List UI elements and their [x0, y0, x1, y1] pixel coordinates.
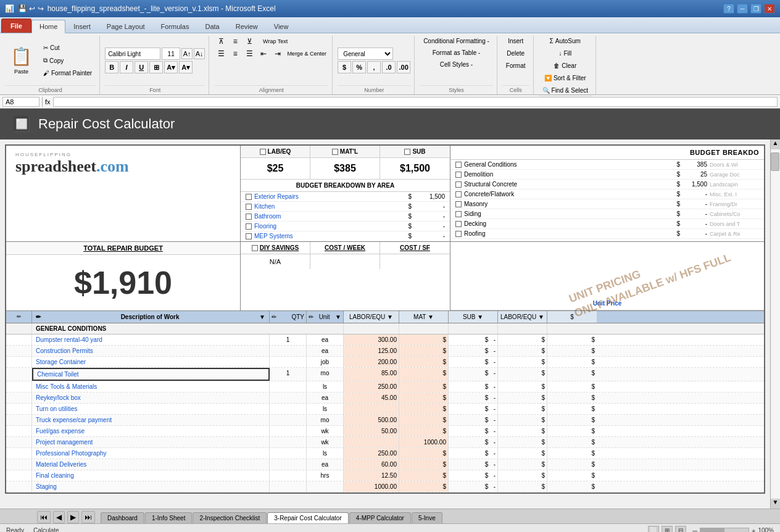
decrease-font-button[interactable]: A↓: [194, 48, 205, 59]
formula-input[interactable]: [53, 97, 778, 107]
mep-checkbox[interactable]: [246, 233, 252, 239]
row-desc-11[interactable]: Material Deliveries: [32, 459, 270, 470]
align-bottom-button[interactable]: ⊻: [243, 36, 256, 47]
row-desc-3[interactable]: Chemical Toilet: [32, 368, 270, 381]
bathroom-item-name[interactable]: Bathroom: [254, 213, 405, 220]
tab-page-layout[interactable]: Page Layout: [99, 20, 153, 33]
scroll-thumb[interactable]: [771, 152, 779, 171]
mep-item-name[interactable]: MEP Systems: [254, 233, 405, 239]
align-left-button[interactable]: ☰: [214, 48, 228, 59]
find-select-button[interactable]: 🔍 Find & Select: [539, 85, 592, 96]
restore-button[interactable]: ❐: [750, 4, 761, 14]
bri-7-checkbox[interactable]: [455, 231, 462, 237]
row-desc-7[interactable]: Truck expense/car payment: [32, 415, 270, 425]
format-painter-button[interactable]: 🖌Format Painter: [39, 68, 96, 78]
bri-3-checkbox[interactable]: [455, 191, 462, 197]
tab-file[interactable]: File: [1, 19, 31, 33]
flooring-checkbox[interactable]: [246, 223, 252, 230]
row-desc-0[interactable]: Dumpster rental-40 yard: [32, 335, 270, 345]
dropdown-icon-desc[interactable]: ▼: [259, 314, 265, 320]
increase-decimal-button[interactable]: .00: [397, 61, 410, 73]
cell-styles-button[interactable]: Cell Styles -: [436, 59, 476, 70]
kitchen-item-name[interactable]: Kitchen: [254, 203, 405, 210]
tab-dashboard[interactable]: Dashboard: [101, 512, 144, 523]
align-middle-button[interactable]: ≡: [228, 36, 242, 47]
fill-button[interactable]: ↓ Fill: [555, 48, 575, 59]
bri-5-checkbox[interactable]: [455, 211, 462, 217]
exterior-item-name[interactable]: Exterior Repairs: [254, 193, 405, 200]
paste-button[interactable]: 📋 Paste: [5, 38, 38, 83]
vertical-scrollbar[interactable]: ▲ ▼: [770, 139, 780, 509]
sheet-nav-first[interactable]: ⏮: [37, 511, 51, 523]
row-desc-1[interactable]: Construction Permits: [32, 346, 270, 356]
tab-view[interactable]: View: [266, 20, 297, 33]
tab-info-sheet[interactable]: 1-Info Sheet: [145, 512, 192, 523]
align-top-button[interactable]: ⊼: [214, 36, 228, 47]
tab-inspection[interactable]: 2-Inspection Checklist: [193, 512, 267, 523]
tab-data[interactable]: Data: [197, 20, 227, 33]
page-break-view-button[interactable]: ⊟: [675, 526, 686, 533]
zoom-in-button[interactable]: +: [752, 527, 755, 533]
row-desc-9[interactable]: Project management: [32, 437, 270, 447]
comma-button[interactable]: ,: [367, 61, 381, 73]
row-desc-8[interactable]: Fuel/gas expense: [32, 426, 270, 436]
zoom-out-button[interactable]: ─: [692, 527, 697, 533]
font-size-input[interactable]: [162, 48, 180, 60]
bri-6-checkbox[interactable]: [455, 221, 462, 227]
copy-button[interactable]: ⧉Copy: [39, 55, 96, 66]
clear-button[interactable]: 🗑 Clear: [550, 60, 580, 71]
decrease-indent-button[interactable]: ⇤: [257, 48, 270, 59]
diy-checkbox[interactable]: [252, 245, 258, 251]
minimize-button[interactable]: ─: [737, 4, 748, 14]
tab-insert[interactable]: Insert: [65, 20, 99, 33]
fill-color-button[interactable]: A▾: [164, 61, 178, 73]
row-desc-4[interactable]: Misc Tools & Materials: [32, 381, 270, 392]
italic-button[interactable]: I: [120, 61, 133, 73]
page-layout-view-button[interactable]: ⊞: [662, 526, 673, 533]
dropdown-icon-unit[interactable]: ▼: [335, 314, 341, 320]
font-color-button[interactable]: A▾: [179, 61, 193, 73]
border-button[interactable]: ⊞: [149, 61, 163, 73]
scroll-down-arrow[interactable]: ▼: [771, 499, 780, 509]
insert-cells-button[interactable]: Insert: [504, 36, 527, 46]
bold-button[interactable]: B: [105, 61, 118, 73]
bri-2-checkbox[interactable]: [455, 181, 462, 188]
tab-repair-cost[interactable]: 3-Repair Cost Calculator: [267, 512, 349, 523]
dropdown-icon-sub[interactable]: ▼: [477, 314, 483, 320]
cell-reference-box[interactable]: [2, 97, 39, 107]
increase-font-button[interactable]: A↑: [181, 48, 193, 59]
tab-home[interactable]: Home: [31, 20, 65, 33]
dropdown-icon-labor[interactable]: ▼: [387, 314, 393, 320]
exterior-checkbox[interactable]: [246, 194, 252, 200]
font-name-input[interactable]: [105, 48, 160, 60]
delete-cells-button[interactable]: Delete: [503, 48, 528, 59]
normal-view-button[interactable]: ⬜: [648, 526, 659, 533]
conditional-formatting-button[interactable]: Conditional Formatting -: [420, 36, 493, 46]
sub-checkbox[interactable]: [404, 149, 410, 155]
cut-button[interactable]: ✂Cut: [39, 43, 96, 53]
scroll-up-arrow[interactable]: ▲: [771, 139, 780, 149]
tab-inve[interactable]: 5-Inve: [412, 512, 442, 523]
mat-l-checkbox[interactable]: [332, 149, 338, 155]
bri-4-checkbox[interactable]: [455, 201, 462, 207]
row-desc-6[interactable]: Turn on utilities: [32, 404, 270, 414]
tab-mpp[interactable]: 4-MPP Calculator: [349, 512, 411, 523]
bathroom-checkbox[interactable]: [246, 214, 252, 220]
dropdown-icon-labor2[interactable]: ▼: [538, 314, 544, 320]
lab-eq-checkbox[interactable]: [260, 149, 266, 155]
wrap-text-button[interactable]: Wrap Text: [257, 36, 294, 47]
row-desc-2[interactable]: Storage Container: [32, 357, 270, 367]
close-button[interactable]: ✕: [764, 4, 775, 14]
autosum-button[interactable]: Σ AutoSum: [546, 36, 584, 46]
tab-review[interactable]: Review: [228, 20, 266, 33]
decrease-decimal-button[interactable]: .0: [382, 61, 396, 73]
align-right-button[interactable]: ☰: [243, 48, 256, 59]
increase-indent-button[interactable]: ⇥: [271, 48, 284, 59]
sheet-nav-prev[interactable]: ◀: [53, 511, 65, 523]
bri-0-checkbox[interactable]: [455, 162, 462, 168]
currency-button[interactable]: $: [338, 61, 351, 73]
sort-filter-button[interactable]: 🔽 Sort & Filter: [541, 73, 590, 83]
underline-button[interactable]: U: [135, 61, 148, 73]
flooring-item-name[interactable]: Flooring: [254, 223, 405, 230]
merge-center-button[interactable]: Merge & Center: [285, 48, 328, 59]
